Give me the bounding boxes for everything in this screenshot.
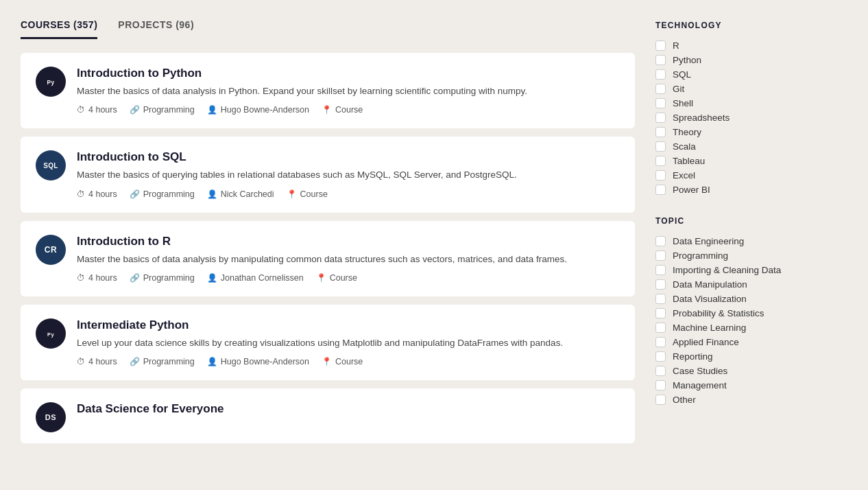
course-card-intro-sql[interactable]: SQL Introduction to SQL Master the basic…	[21, 137, 635, 212]
course-icon-intermediate-python: Py	[36, 318, 66, 349]
topic-filter-list: Data Engineering Programming Importing &…	[655, 234, 847, 407]
person-icon: 👤	[207, 189, 217, 199]
filter-label: Power BI	[673, 185, 710, 195]
filter-checkbox[interactable]	[655, 185, 666, 195]
technology-filter-item[interactable]: Spreadsheets	[655, 110, 847, 125]
topic-filter-item[interactable]: Data Engineering	[655, 234, 847, 248]
course-body-intro-r: Introduction to R Master the basics of d…	[77, 235, 620, 283]
technology-filter-item[interactable]: Python	[655, 53, 847, 67]
filter-label: Management	[673, 380, 727, 390]
filter-checkbox[interactable]	[655, 98, 666, 108]
filter-label: SQL	[673, 69, 691, 80]
filter-checkbox[interactable]	[655, 40, 666, 51]
filter-label: R	[673, 40, 679, 51]
technology-filter-section: TECHNOLOGY R Python SQL Git Shell Spread…	[655, 21, 847, 197]
filter-checkbox[interactable]	[655, 236, 666, 246]
filter-checkbox[interactable]	[655, 323, 666, 333]
course-body-intermediate-python: Intermediate Python Level up your data s…	[77, 318, 620, 366]
course-body-intro-sql: Introduction to SQL Master the basics of…	[77, 150, 620, 198]
topic-filter-item[interactable]: Programming	[655, 248, 847, 263]
filter-label: Machine Learning	[673, 323, 746, 333]
tab-projects[interactable]: PROJECTS (96)	[118, 14, 194, 39]
course-title: Intermediate Python	[77, 318, 620, 332]
tag-icon: 🔗	[130, 189, 140, 199]
topic-filter-section: TOPIC Data Engineering Programming Impor…	[655, 216, 847, 407]
technology-filter-item[interactable]: Power BI	[655, 183, 847, 197]
course-icon-data-science-everyone: DS	[36, 402, 66, 432]
course-body-data-science-everyone: Data Science for Everyone	[77, 402, 620, 420]
filter-checkbox[interactable]	[655, 395, 666, 405]
meta-hours: ⏱ 4 hours	[77, 189, 117, 199]
topic-filter-item[interactable]: Applied Finance	[655, 335, 847, 349]
filter-checkbox[interactable]	[655, 366, 666, 376]
technology-filter-item[interactable]: Git	[655, 82, 847, 96]
filter-checkbox[interactable]	[655, 351, 666, 362]
filter-checkbox[interactable]	[655, 337, 666, 347]
tab-courses[interactable]: COURSES (357)	[21, 14, 97, 39]
clock-icon: ⏱	[77, 273, 85, 283]
course-meta: ⏱ 4 hours 🔗 Programming 👤 Nick Carchedi	[77, 189, 620, 199]
technology-filter-item[interactable]: Scala	[655, 139, 847, 154]
filter-checkbox[interactable]	[655, 113, 666, 123]
technology-filter-item[interactable]: Excel	[655, 168, 847, 183]
meta-type: 📍 Course	[316, 273, 357, 283]
topic-filter-item[interactable]: Probability & Statistics	[655, 306, 847, 320]
course-icon-intro-r: CR	[36, 235, 66, 265]
svg-text:Py: Py	[47, 331, 54, 337]
filter-label: Case Studies	[673, 366, 727, 376]
topic-filter-item[interactable]: Data Manipulation	[655, 277, 847, 292]
technology-filter-list: R Python SQL Git Shell Spreadsheets Theo…	[655, 38, 847, 197]
course-card-intro-python[interactable]: Py Introduction to Python Master the bas…	[21, 53, 635, 128]
tabs-bar: COURSES (357) PROJECTS (96)	[21, 14, 635, 39]
course-title: Introduction to R	[77, 235, 620, 248]
filter-checkbox[interactable]	[655, 55, 666, 65]
filter-label: Applied Finance	[673, 337, 739, 347]
filter-checkbox[interactable]	[655, 308, 666, 318]
technology-filter-item[interactable]: Tableau	[655, 154, 847, 168]
course-card-data-science-everyone[interactable]: DS Data Science for Everyone	[21, 388, 635, 443]
filter-checkbox[interactable]	[655, 279, 666, 290]
filter-checkbox[interactable]	[655, 294, 666, 304]
filter-checkbox[interactable]	[655, 84, 666, 94]
filter-checkbox[interactable]	[655, 127, 666, 137]
filter-checkbox[interactable]	[655, 69, 666, 80]
course-type-icon: 📍	[316, 273, 326, 283]
topic-filter-item[interactable]: Case Studies	[655, 364, 847, 378]
course-card-intro-r[interactable]: CR Introduction to R Master the basics o…	[21, 221, 635, 296]
meta-hours: ⏱ 4 hours	[77, 105, 117, 115]
filter-checkbox[interactable]	[655, 170, 666, 180]
topic-filter-item[interactable]: Reporting	[655, 349, 847, 364]
course-list: Py Introduction to Python Master the bas…	[21, 53, 635, 443]
topic-filter-item[interactable]: Other	[655, 393, 847, 407]
filter-checkbox[interactable]	[655, 380, 666, 390]
filter-label: Scala	[673, 141, 696, 152]
technology-filter-item[interactable]: SQL	[655, 67, 847, 82]
filter-checkbox[interactable]	[655, 141, 666, 152]
filter-label: Probability & Statistics	[673, 308, 764, 318]
filter-checkbox[interactable]	[655, 156, 666, 166]
technology-filter-item[interactable]: Theory	[655, 125, 847, 139]
meta-hours: ⏱ 4 hours	[77, 273, 117, 283]
topic-filter-title: TOPIC	[655, 216, 847, 226]
clock-icon: ⏱	[77, 189, 85, 199]
course-icon-intro-python: Py	[36, 67, 66, 97]
course-body-intro-python: Introduction to Python Master the basics…	[77, 67, 620, 115]
course-type-icon: 📍	[287, 189, 297, 199]
clock-icon: ⏱	[77, 105, 85, 115]
course-meta: ⏱ 4 hours 🔗 Programming 👤 Hugo Bowne-And…	[77, 105, 620, 115]
course-title: Introduction to Python	[77, 67, 620, 80]
topic-filter-item[interactable]: Machine Learning	[655, 320, 847, 335]
course-description: Master the basics of querying tables in …	[77, 168, 620, 182]
technology-filter-item[interactable]: Shell	[655, 96, 847, 110]
filter-checkbox[interactable]	[655, 265, 666, 275]
filter-label: Importing & Cleaning Data	[673, 265, 781, 275]
topic-filter-item[interactable]: Importing & Cleaning Data	[655, 263, 847, 277]
filter-checkbox[interactable]	[655, 250, 666, 261]
filter-label: Data Manipulation	[673, 279, 747, 290]
filter-label: Theory	[673, 127, 701, 137]
technology-filter-item[interactable]: R	[655, 38, 847, 53]
topic-filter-item[interactable]: Data Visualization	[655, 292, 847, 306]
main-content: COURSES (357) PROJECTS (96) Py Introduct…	[21, 14, 635, 452]
course-card-intermediate-python[interactable]: Py Intermediate Python Level up your dat…	[21, 305, 635, 380]
topic-filter-item[interactable]: Management	[655, 378, 847, 393]
